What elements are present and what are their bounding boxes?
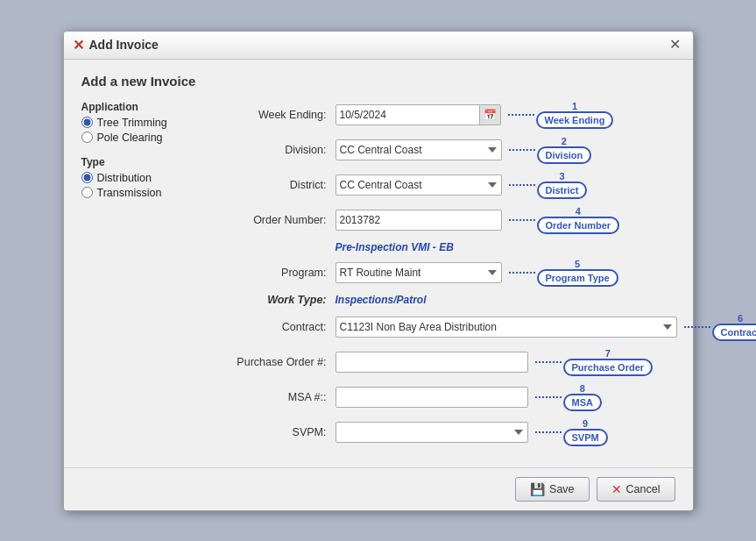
cancel-label: Cancel xyxy=(626,483,661,495)
svpm-select[interactable] xyxy=(336,422,528,443)
order-number-row: Order Number: 4 Order Number xyxy=(230,206,757,234)
annotation-9: 9 SVPM xyxy=(535,418,608,446)
division-select[interactable]: CC Central Coast xyxy=(336,139,502,160)
week-ending-row: Week Ending: 📅 1 Week Ending xyxy=(230,101,757,129)
annotation-3: 3 District xyxy=(509,171,588,199)
radio-tree-trimming[interactable]: Tree Trimming xyxy=(81,117,222,129)
application-group: Application Tree Trimming Pole Clearing xyxy=(81,101,222,144)
dialog-titlebar: ✕ Add Invoice ✕ xyxy=(64,32,693,60)
order-number-label: Order Number: xyxy=(230,214,336,226)
radio-distribution[interactable]: Distribution xyxy=(81,172,222,184)
save-icon: 💾 xyxy=(530,482,545,496)
cancel-button[interactable]: ✕ Cancel xyxy=(597,477,675,502)
annotation-1: 1 Week Ending xyxy=(508,101,614,129)
right-panel: Week Ending: 📅 1 Week Ending xyxy=(230,101,757,453)
week-ending-input-group: 📅 xyxy=(336,104,501,125)
calendar-button[interactable]: 📅 xyxy=(480,104,501,125)
tree-trimming-label: Tree Trimming xyxy=(97,117,167,129)
msa-label: MSA #:: xyxy=(230,391,336,403)
contract-label: Contract: xyxy=(230,321,336,333)
work-type-label: Work Type: xyxy=(230,294,336,306)
type-group: Type Distribution Transmission xyxy=(81,156,222,199)
district-label: District: xyxy=(230,179,336,191)
work-type-row: Work Type: Inspections/Patrol xyxy=(230,294,757,306)
dotted-line-6 xyxy=(684,326,710,328)
dialog-icon: ✕ xyxy=(73,37,84,53)
week-ending-label: Week Ending: xyxy=(230,109,336,121)
svpm-row: SVPM: 9 SVPM xyxy=(230,418,757,446)
dialog-title-left: ✕ Add Invoice xyxy=(73,37,159,53)
content-area: Application Tree Trimming Pole Clearing … xyxy=(81,101,675,453)
type-label: Type xyxy=(81,156,222,168)
radio-transmission[interactable]: Transmission xyxy=(81,187,222,199)
annotation-2: 2 Division xyxy=(509,136,592,164)
annotation-5: 5 Program Type xyxy=(509,259,618,287)
left-panel: Application Tree Trimming Pole Clearing … xyxy=(81,101,222,453)
dotted-line-5 xyxy=(509,272,535,274)
order-number-input[interactable] xyxy=(336,210,502,231)
application-label: Application xyxy=(81,101,222,113)
work-type-value: Inspections/Patrol xyxy=(336,294,427,306)
dotted-line-3 xyxy=(509,184,535,186)
district-row: District: CC Central Coast 3 District xyxy=(230,171,757,199)
distribution-label: Distribution xyxy=(97,172,152,184)
pre-inspection-text: Pre-Inspection VMI - EB xyxy=(336,241,757,253)
contract-select[interactable]: C1123I Non Bay Area Distribution xyxy=(336,317,677,338)
transmission-label: Transmission xyxy=(97,187,162,199)
dotted-line-1 xyxy=(508,114,534,116)
msa-input[interactable] xyxy=(336,387,528,408)
dialog-heading: Add a new Invoice xyxy=(81,74,675,89)
svpm-label: SVPM: xyxy=(230,426,336,438)
radio-pole-clearing[interactable]: Pole Clearing xyxy=(81,132,222,144)
msa-row: MSA #:: 8 MSA xyxy=(230,383,757,411)
annotation-4: 4 Order Number xyxy=(509,206,620,234)
program-row: Program: RT Routine Maint 5 Program Type xyxy=(230,259,757,287)
purchase-order-input[interactable] xyxy=(336,352,528,373)
cancel-icon: ✕ xyxy=(611,482,622,496)
close-button[interactable]: ✕ xyxy=(666,38,684,52)
dotted-line-8 xyxy=(535,396,562,398)
district-select[interactable]: CC Central Coast xyxy=(336,174,502,196)
division-row: Division: CC Central Coast 2 Division xyxy=(230,136,757,164)
add-invoice-dialog: ✕ Add Invoice ✕ Add a new Invoice Applic… xyxy=(63,31,694,511)
week-ending-input[interactable] xyxy=(336,104,480,125)
program-select[interactable]: RT Routine Maint xyxy=(336,262,502,283)
save-label: Save xyxy=(549,483,575,495)
save-button[interactable]: 💾 Save xyxy=(515,477,590,502)
annotation-6: 6 Contract xyxy=(684,313,757,341)
purchase-order-label: Purchase Order #: xyxy=(230,356,336,368)
division-label: Division: xyxy=(230,144,336,156)
annotation-7: 7 Purchase Order xyxy=(535,348,654,376)
dialog-footer: 💾 Save ✕ Cancel xyxy=(64,467,693,510)
dotted-line-2 xyxy=(509,149,535,151)
program-label: Program: xyxy=(230,267,336,279)
annotation-8: 8 MSA xyxy=(535,383,602,411)
dotted-line-4 xyxy=(509,219,535,221)
pole-clearing-label: Pole Clearing xyxy=(97,132,163,144)
contract-row: Contract: C1123I Non Bay Area Distributi… xyxy=(230,313,757,341)
purchase-order-row: Purchase Order #: 7 Purchase Order xyxy=(230,348,757,376)
dotted-line-9 xyxy=(535,431,562,433)
dialog-body: Add a new Invoice Application Tree Trimm… xyxy=(64,60,693,467)
dialog-title: Add Invoice xyxy=(89,38,159,52)
dotted-line-7 xyxy=(535,361,562,363)
